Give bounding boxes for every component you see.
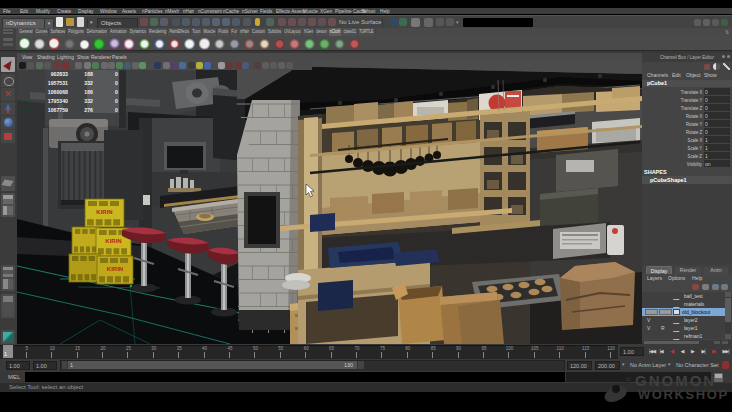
svg-text:1067759: 1067759: [48, 107, 68, 113]
svg-text:168: 168: [84, 71, 93, 77]
svg-text:0: 0: [115, 89, 118, 95]
svg-text:0: 0: [115, 98, 118, 104]
svg-text:KIRIN: KIRIN: [105, 238, 121, 244]
svg-text:902833: 902833: [51, 71, 68, 77]
svg-text:0: 0: [115, 80, 118, 86]
svg-text:332: 332: [84, 80, 93, 86]
svg-text:KIRIN: KIRIN: [107, 266, 123, 272]
svg-text:1795340: 1795340: [48, 98, 68, 104]
svg-text:276: 276: [84, 107, 93, 113]
svg-text:KIRIN: KIRIN: [96, 209, 112, 215]
svg-text:0: 0: [115, 107, 118, 113]
svg-text:166: 166: [84, 89, 93, 95]
svg-text:332: 332: [84, 98, 93, 104]
svg-text:0: 0: [115, 71, 118, 77]
svg-text:1957531: 1957531: [48, 80, 68, 86]
svg-text:1060068: 1060068: [48, 89, 68, 95]
